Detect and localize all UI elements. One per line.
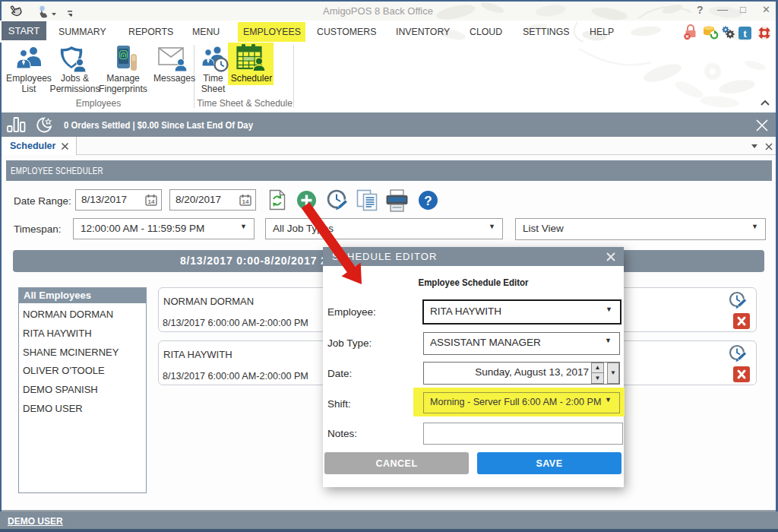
svg-text:?: ? xyxy=(424,194,432,208)
svg-text:14: 14 xyxy=(148,198,155,205)
svg-text:14: 14 xyxy=(242,198,249,205)
svg-text:t: t xyxy=(743,28,747,40)
